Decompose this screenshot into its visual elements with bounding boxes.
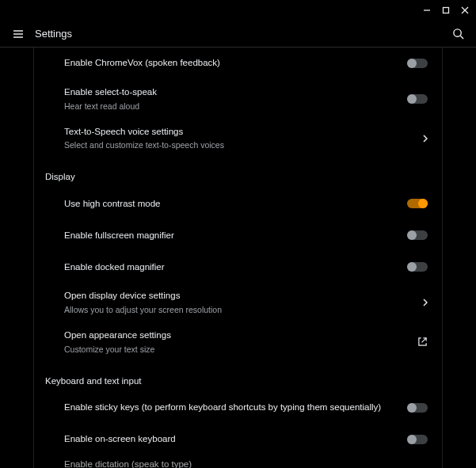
row-tts-voice-settings[interactable]: Text-to-Speech voice settings Select and… <box>40 119 436 158</box>
row-subtitle: Allows you to adjust your screen resolut… <box>64 304 415 315</box>
row-docked-magnifier[interactable]: Enable docked magnifier <box>40 251 436 283</box>
row-subtitle: Customize your text size <box>64 344 409 355</box>
toggle-on-screen-keyboard[interactable] <box>407 435 428 444</box>
section-label-keyboard: Keyboard and text input <box>40 362 436 392</box>
open-external-icon[interactable] <box>417 337 428 348</box>
row-title: Enable sticky keys (to perform keyboard … <box>64 401 399 414</box>
toggle-sticky-keys[interactable] <box>407 403 428 413</box>
row-appearance-settings[interactable]: Open appearance settings Customize your … <box>40 322 436 362</box>
row-subtitle: Hear text read aloud <box>64 101 399 112</box>
row-title: Enable dictation (speak to type) <box>64 458 420 468</box>
row-title: Open appearance settings <box>64 329 409 342</box>
row-title: Enable select-to-speak <box>64 86 399 99</box>
toggle-docked-magnifier[interactable] <box>407 262 428 272</box>
section-label-display: Display <box>40 158 436 188</box>
toggle-fullscreen-magnifier[interactable] <box>407 230 428 240</box>
settings-list: Enable ChromeVox (spoken feedback) Enabl… <box>33 48 443 468</box>
row-title: Enable ChromeVox (spoken feedback) <box>64 57 399 70</box>
row-high-contrast[interactable]: Use high contrast mode <box>40 188 436 219</box>
row-title: Enable on-screen keyboard <box>64 433 399 446</box>
row-title: Use high contrast mode <box>64 198 399 211</box>
minimize-icon[interactable] <box>422 6 432 15</box>
svg-rect-1 <box>444 8 449 13</box>
toggle-chromevox[interactable] <box>407 59 428 68</box>
maximize-icon[interactable] <box>441 6 451 15</box>
chevron-right-icon[interactable] <box>423 299 428 306</box>
row-select-to-speak[interactable]: Enable select-to-speak Hear text read al… <box>40 79 436 119</box>
row-title: Enable fullscreen magnifier <box>64 230 399 242</box>
window-titlebar <box>0 0 476 21</box>
svg-line-9 <box>421 338 426 343</box>
row-enable-dictation[interactable]: Enable dictation (speak to type) <box>40 455 436 468</box>
row-fullscreen-magnifier[interactable]: Enable fullscreen magnifier <box>40 219 436 251</box>
hamburger-menu-icon[interactable] <box>11 27 25 41</box>
close-icon[interactable] <box>460 6 470 15</box>
row-subtitle: Select and customize text-to-speech voic… <box>64 139 415 150</box>
row-title: Open display device settings <box>64 290 415 302</box>
toggle-high-contrast[interactable] <box>407 199 428 208</box>
search-icon[interactable] <box>451 27 465 41</box>
row-sticky-keys[interactable]: Enable sticky keys (to perform keyboard … <box>40 392 436 424</box>
row-display-device-settings[interactable]: Open display device settings Allows you … <box>40 283 436 322</box>
page-title: Settings <box>35 28 451 40</box>
row-title: Enable docked magnifier <box>64 261 399 274</box>
row-title: Text-to-Speech voice settings <box>64 126 415 139</box>
svg-point-7 <box>453 29 460 36</box>
app-header: Settings <box>0 21 476 48</box>
row-enable-chromevox[interactable]: Enable ChromeVox (spoken feedback) <box>40 48 436 79</box>
svg-line-8 <box>460 36 463 39</box>
chevron-right-icon[interactable] <box>423 135 428 143</box>
row-on-screen-keyboard[interactable]: Enable on-screen keyboard <box>40 424 436 455</box>
toggle-select-to-speak[interactable] <box>407 94 428 104</box>
